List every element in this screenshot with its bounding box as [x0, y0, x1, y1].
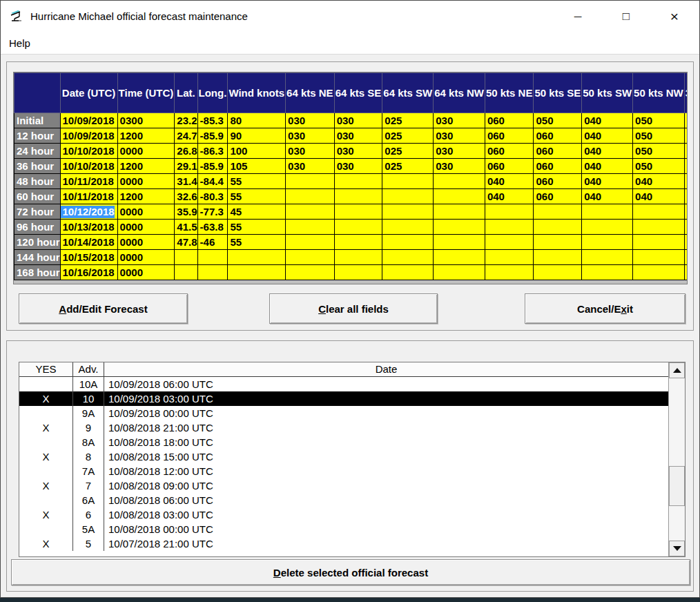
forecast-cell[interactable]: -84.4 — [197, 174, 228, 189]
forecast-cell[interactable]: 0000 — [117, 144, 175, 159]
forecast-cell[interactable] — [228, 250, 286, 265]
forecast-cell[interactable]: 10/11/2018 — [60, 189, 117, 204]
forecast-cell[interactable]: 090 — [684, 189, 688, 204]
forecast-cell[interactable] — [434, 235, 485, 250]
forecast-cell[interactable] — [582, 220, 633, 235]
column-header-date[interactable]: Date — [104, 362, 668, 376]
advisory-row[interactable]: X710/08/2018 09:00 UTC — [19, 478, 668, 493]
forecast-cell[interactable]: 060 — [534, 174, 582, 189]
forecast-cell[interactable]: 26.8 — [175, 144, 197, 159]
forecast-cell[interactable]: 030 — [434, 113, 485, 128]
forecast-cell[interactable] — [334, 235, 382, 250]
forecast-cell[interactable]: 0000 — [117, 250, 175, 265]
forecast-cell[interactable] — [434, 204, 485, 220]
forecast-cell[interactable] — [633, 250, 685, 265]
forecast-cell[interactable]: 030 — [334, 144, 382, 159]
forecast-cell[interactable]: 040 — [582, 128, 633, 144]
forecast-cell[interactable]: -77.3 — [197, 204, 228, 220]
forecast-cell[interactable] — [175, 265, 197, 280]
forecast-cell[interactable] — [228, 265, 286, 280]
forecast-cell[interactable]: -85.3 — [197, 113, 228, 128]
forecast-cell[interactable] — [534, 235, 582, 250]
forecast-cell[interactable] — [582, 250, 633, 265]
forecast-cell[interactable] — [534, 204, 582, 220]
forecast-cell[interactable]: 90 — [228, 128, 286, 144]
forecast-cell[interactable]: 030 — [286, 113, 335, 128]
forecast-cell[interactable]: 030 — [434, 159, 485, 174]
forecast-cell[interactable] — [286, 189, 335, 204]
forecast-cell[interactable]: 32.6 — [175, 189, 197, 204]
forecast-cell[interactable]: 040 — [485, 189, 534, 204]
forecast-cell[interactable] — [633, 204, 685, 220]
forecast-cell[interactable]: 060 — [485, 144, 534, 159]
forecast-cell[interactable]: 090 — [684, 174, 688, 189]
forecast-cell[interactable]: 040 — [582, 189, 633, 204]
forecast-cell[interactable]: 050 — [633, 128, 685, 144]
forecast-cell[interactable] — [684, 220, 688, 235]
forecast-cell[interactable] — [382, 174, 434, 189]
forecast-cell[interactable]: 030 — [434, 128, 485, 144]
forecast-cell[interactable]: 040 — [582, 159, 633, 174]
forecast-cell[interactable]: 0300 — [117, 113, 175, 128]
forecast-cell[interactable] — [684, 265, 688, 280]
forecast-cell[interactable] — [684, 235, 688, 250]
forecast-cell[interactable] — [286, 220, 335, 235]
forecast-cell[interactable] — [434, 250, 485, 265]
delete-selected-forecast-button[interactable]: Delete selected official forecast — [11, 559, 690, 585]
forecast-cell[interactable] — [485, 235, 534, 250]
forecast-cell[interactable]: 150 — [684, 113, 688, 128]
forecast-cell[interactable] — [434, 189, 485, 204]
advisory-row[interactable]: 6A10/08/2018 06:00 UTC — [19, 493, 668, 507]
forecast-cell[interactable]: 0000 — [117, 265, 175, 280]
forecast-cell[interactable] — [286, 174, 335, 189]
forecast-cell[interactable]: 040 — [582, 174, 633, 189]
forecast-cell[interactable] — [382, 235, 434, 250]
forecast-cell[interactable]: 55 — [228, 220, 286, 235]
minimize-icon[interactable]: ─ — [554, 10, 602, 22]
forecast-cell[interactable] — [334, 220, 382, 235]
forecast-cell[interactable] — [286, 250, 335, 265]
forecast-cell[interactable] — [684, 250, 688, 265]
forecast-cell[interactable] — [633, 265, 685, 280]
forecast-cell[interactable] — [334, 204, 382, 220]
forecast-cell[interactable]: 80 — [228, 113, 286, 128]
forecast-cell[interactable]: 55 — [228, 174, 286, 189]
forecast-cell[interactable] — [434, 174, 485, 189]
forecast-cell[interactable]: 45 — [228, 204, 286, 220]
forecast-cell[interactable]: 025 — [382, 113, 434, 128]
forecast-cell[interactable]: 030 — [334, 128, 382, 144]
forecast-cell[interactable]: -85.9 — [197, 159, 228, 174]
forecast-cell[interactable] — [382, 204, 434, 220]
advisory-row[interactable]: 9A10/09/2018 00:00 UTC — [19, 406, 668, 420]
forecast-cell[interactable] — [534, 220, 582, 235]
forecast-cell[interactable]: 025 — [382, 144, 434, 159]
clear-all-fields-button[interactable]: Clear all fields — [269, 293, 438, 324]
forecast-cell[interactable]: 050 — [534, 113, 582, 128]
forecast-cell[interactable]: 10/14/2018 — [60, 235, 117, 250]
close-icon[interactable]: × — [650, 8, 699, 25]
forecast-cell[interactable] — [434, 265, 485, 280]
scrollbar-track[interactable] — [669, 378, 685, 541]
forecast-cell[interactable]: 150 — [684, 159, 688, 174]
forecast-cell[interactable]: 070 — [684, 204, 688, 220]
forecast-cell[interactable]: 31.4 — [175, 174, 197, 189]
forecast-cell[interactable]: 060 — [485, 113, 534, 128]
forecast-cell[interactable] — [175, 250, 197, 265]
add-edit-forecast-button[interactable]: Add/Edit Forecast — [19, 293, 188, 324]
forecast-cell[interactable]: -85.9 — [197, 128, 228, 144]
column-header-adv[interactable]: Adv. — [73, 362, 104, 376]
forecast-cell[interactable]: 0000 — [117, 235, 175, 250]
advisory-row[interactable]: X910/08/2018 21:00 UTC — [19, 420, 668, 435]
forecast-cell[interactable]: 040 — [582, 113, 633, 128]
scroll-up-button[interactable] — [669, 362, 685, 378]
forecast-cell[interactable]: 050 — [633, 113, 685, 128]
forecast-cell[interactable]: 1200 — [117, 128, 175, 144]
advisory-row[interactable]: 8A10/08/2018 18:00 UTC — [19, 435, 668, 449]
forecast-cell[interactable]: 040 — [633, 189, 685, 204]
forecast-cell[interactable]: 105 — [228, 159, 286, 174]
forecast-cell[interactable]: 050 — [633, 144, 685, 159]
forecast-cell[interactable]: 050 — [633, 159, 685, 174]
forecast-cell[interactable]: 10/15/2018 — [60, 250, 117, 265]
forecast-cell[interactable] — [286, 204, 335, 220]
forecast-cell[interactable]: -80.3 — [197, 189, 228, 204]
